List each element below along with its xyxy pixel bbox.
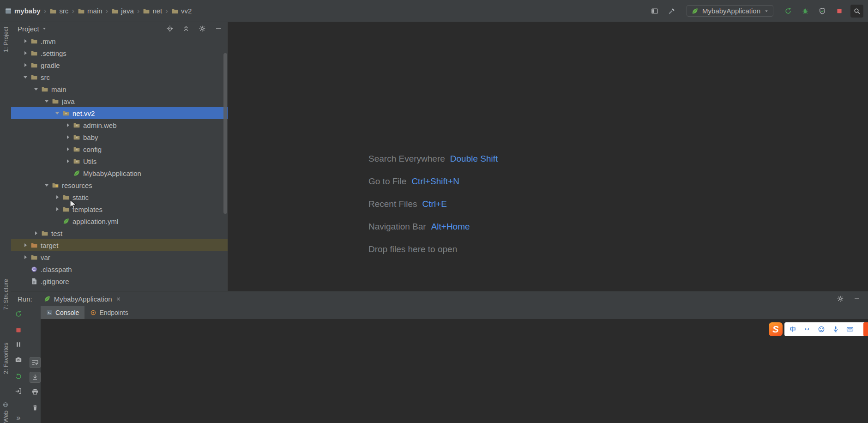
shortcut-line: Navigation BarAlt+Home [368,215,498,238]
stop-button[interactable] [13,325,24,336]
tree-item-settings[interactable]: .settings [11,47,228,59]
punct-icon[interactable] [803,326,811,333]
breadcrumb-item-java[interactable]: java [111,7,134,15]
thread-dump-button[interactable] [13,354,24,365]
shortcut-label: Drop files here to open [368,244,457,254]
coverage-button[interactable] [816,5,828,17]
chevron-right-icon[interactable] [21,37,30,45]
tree-item-java[interactable]: java [11,95,228,107]
tab-console[interactable]: Console [41,306,84,319]
minimize-button[interactable] [852,294,862,303]
print-button[interactable] [30,386,41,397]
run-config-selector[interactable]: MybabyApplication [687,5,773,17]
pause-button[interactable] [13,339,24,350]
run-session-tab[interactable]: MybabyApplication [43,295,121,303]
chevron-right-icon[interactable] [64,121,72,129]
chevron-down-icon[interactable] [53,109,61,117]
scrollbar-thumb[interactable] [223,53,227,214]
chevron-right-icon[interactable] [21,61,30,69]
tree-item-target[interactable]: target [11,239,228,251]
ime-extra-button[interactable] [863,322,868,336]
folder-icon [51,97,60,105]
chevron-right-icon[interactable] [21,254,30,261]
stripe-button-2-favorites[interactable]: 2: Favorites [0,343,11,374]
chevron-down-icon[interactable] [42,181,51,189]
tree-item-mvn[interactable]: .mvn [11,35,228,47]
tree-item-admin-web[interactable]: admin.web [11,119,228,131]
tree-item-gradle[interactable]: gradle [11,59,228,71]
chinese-icon[interactable] [789,326,796,333]
minimize-button[interactable] [214,24,223,33]
chevron-down-icon[interactable] [42,97,51,105]
keyboard-icon[interactable] [846,326,854,333]
chevron-right-icon[interactable] [64,145,72,153]
collapse-all-button[interactable] [181,24,191,33]
tree-item-main[interactable]: main [11,83,228,95]
stripe-button-7-structure[interactable]: 7: Structure [0,279,11,310]
chevron-right-icon[interactable] [64,157,72,165]
gear-button[interactable] [836,294,845,303]
chevron-right-icon[interactable] [64,133,72,141]
minimize-icon [215,25,222,32]
package-icon [72,157,81,165]
breadcrumb-item-src[interactable]: src [49,7,68,15]
folder-icon [61,193,71,201]
project-view-selector[interactable]: Project [18,25,47,33]
breadcrumb-item-main[interactable]: main [78,7,102,15]
tree-item-net-vv2[interactable]: net.vv2 [11,107,228,119]
shortcut-label: Go to File [368,176,406,187]
more-button[interactable]: » [13,412,24,423]
tree-item-resources[interactable]: resources [11,179,228,191]
tree-item-gitignore[interactable]: .gitignore [11,275,228,287]
tree-item-classpath[interactable]: .classpath [11,263,228,275]
tree-item-test[interactable]: test [11,227,228,239]
shortcut-label: Navigation Bar [368,222,426,232]
chevron-down-icon[interactable] [21,73,30,81]
chevron-down-icon[interactable] [32,85,40,93]
rerun-button[interactable] [13,308,24,320]
tree-item-config[interactable]: config [11,143,228,155]
mic-icon[interactable] [832,326,839,333]
chevron-right-icon[interactable] [32,230,40,237]
tree-item-baby[interactable]: baby [11,131,228,143]
chevron-right-icon[interactable] [21,242,30,249]
tab-endpoints[interactable]: Endpoints [84,306,133,319]
restart-button[interactable] [13,371,24,382]
run-button[interactable] [782,5,794,17]
stripe-button-web[interactable]: Web [0,402,11,423]
tree-item-var[interactable]: var [11,251,228,263]
sogou-ime-bar: S [769,322,868,337]
chevron-right-icon[interactable] [21,49,30,57]
chevron-right-icon[interactable] [53,205,61,213]
gear-icon [837,295,844,302]
tree-item-utils[interactable]: Utils [11,155,228,167]
chevron-right-icon[interactable] [53,193,61,201]
breadcrumb-item-net[interactable]: net [143,7,162,15]
close-icon[interactable] [115,296,121,302]
tree-item-src[interactable]: src [11,71,228,83]
sogou-logo[interactable]: S [769,322,783,336]
locate-button[interactable] [165,24,175,33]
breadcrumb-item-vv2[interactable]: vv2 [171,7,192,15]
tree-item-mybabyapplication[interactable]: MybabyApplication [11,167,228,179]
tree-item-application-yml[interactable]: application.yml [11,215,228,227]
scroll-to-end-button[interactable] [30,372,41,383]
search-everywhere-button[interactable] [850,5,863,18]
soft-wrap-button[interactable] [30,357,41,368]
build-button[interactable] [666,5,678,17]
debug-button[interactable] [799,5,811,17]
stop-bright-button[interactable] [833,5,845,17]
main-toolbar: mybaby›src›main›java›net›vv2 MybabyAppli… [0,0,868,22]
clear-all-button[interactable] [30,402,41,413]
breadcrumb-item-mybaby[interactable]: mybaby [5,7,41,15]
emoji-icon[interactable] [818,326,825,333]
layout-button[interactable] [649,5,661,17]
stripe-button-1-project[interactable]: 1: Project [0,27,11,52]
gear-button[interactable] [198,24,207,33]
run-panel-tabs: ConsoleEndpoints [41,306,134,319]
package-icon [61,109,71,117]
tree-item-static[interactable]: static [11,191,228,203]
exit-button[interactable] [13,386,24,397]
tree-item-label: resources [62,181,92,189]
tree-item-templates[interactable]: templates [11,203,228,215]
